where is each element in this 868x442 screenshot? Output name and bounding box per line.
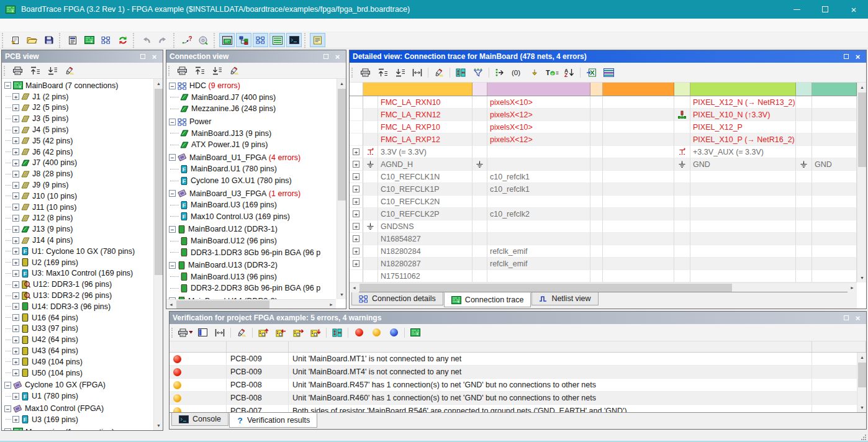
tree-item[interactable]: +U33 (97 pins) bbox=[3, 323, 153, 335]
net-row[interactable]: FMC_LA_RXN12pixelsX<12>PIXEL_X10_N (↑3.3… bbox=[350, 109, 857, 121]
scroll-up-arrow[interactable]: ▲ bbox=[154, 79, 163, 88]
tree-expander[interactable]: + bbox=[12, 369, 19, 376]
detailed-close-button[interactable]: × bbox=[852, 52, 863, 61]
new-button[interactable] bbox=[7, 33, 23, 47]
pcb-vertical-scrollbar[interactable]: ▲ ▼ bbox=[153, 79, 163, 430]
net-row[interactable]: +GNDSNS bbox=[350, 220, 857, 233]
tree-item[interactable]: +J7 (400 pins) bbox=[3, 158, 153, 169]
tree-item[interactable]: +J14 (4 pins) bbox=[3, 235, 153, 246]
tree-item[interactable]: −MainBoard.U13 (DDR3-2) bbox=[168, 259, 336, 271]
net-row[interactable]: FMC_LA_RXP10pixelsX<10>PIXEL_X12_P bbox=[350, 121, 857, 133]
detailed-maximize-button[interactable] bbox=[841, 52, 851, 61]
column-setup-button[interactable] bbox=[600, 65, 617, 79]
tree-item[interactable]: ATX Power.J1 (9 pins) bbox=[168, 139, 336, 151]
tree-expander[interactable]: − bbox=[169, 226, 176, 233]
detail-tab-connection-details[interactable]: Connection details bbox=[351, 292, 443, 305]
row-expander[interactable]: + bbox=[353, 210, 359, 217]
print-button[interactable] bbox=[357, 65, 373, 79]
tree-expander[interactable]: + bbox=[12, 336, 19, 343]
scroll-down-arrow[interactable]: ▼ bbox=[857, 403, 866, 412]
toggle-notes-button[interactable] bbox=[310, 33, 325, 47]
column-header-atx-power[interactable] bbox=[812, 83, 857, 96]
tree-item[interactable]: +J2 (5 pins) bbox=[3, 102, 153, 114]
highlight-button[interactable] bbox=[226, 63, 242, 78]
tree-item[interactable]: −Max10 Control (FPGA) bbox=[3, 403, 153, 414]
tree-expander[interactable]: + bbox=[12, 182, 19, 189]
scroll-left-arrow[interactable]: ◄ bbox=[350, 283, 359, 292]
toggle-verification-button[interactable] bbox=[269, 33, 285, 47]
scroll-right-arrow[interactable]: ► bbox=[327, 300, 336, 309]
column-header-cyclone-10-gx[interactable] bbox=[487, 83, 590, 96]
tree-item[interactable]: MainBoard.U12 (96 pins) bbox=[168, 235, 336, 247]
menu-help[interactable] bbox=[62, 24, 75, 27]
tree-expander[interactable]: + bbox=[12, 215, 19, 222]
row-expander-cell[interactable]: + bbox=[350, 158, 363, 171]
highlight-button[interactable] bbox=[233, 325, 250, 340]
print-button[interactable] bbox=[174, 63, 190, 78]
verification-close-button[interactable]: × bbox=[852, 313, 863, 323]
fit-width-button[interactable] bbox=[212, 325, 228, 340]
tree-item[interactable]: +J12 (8 pins) bbox=[3, 213, 153, 224]
menu-options[interactable] bbox=[25, 24, 37, 27]
menu-tools[interactable] bbox=[37, 24, 50, 27]
row-expander[interactable]: + bbox=[353, 186, 359, 192]
scroll-top-button[interactable] bbox=[27, 63, 43, 78]
tree-item[interactable]: Mezzanine.J6 (248 pins) bbox=[168, 103, 336, 115]
trace-button[interactable] bbox=[492, 65, 508, 79]
tree-expander[interactable]: − bbox=[169, 262, 176, 269]
scroll-up-arrow[interactable]: ▲ bbox=[857, 353, 866, 362]
tree-item[interactable]: +U42 (64 pins) bbox=[3, 334, 153, 345]
verification-row[interactable]: PCB-009Unit 'MainBoard.MT4' is not conne… bbox=[170, 366, 866, 379]
tree-expander[interactable]: + bbox=[12, 115, 19, 122]
tree-item[interactable]: −MainBoard.U12 (DDR3-1) bbox=[168, 223, 336, 235]
redo-button[interactable] bbox=[155, 33, 171, 47]
scroll-thumb[interactable] bbox=[858, 92, 866, 167]
scroll-right-arrow[interactable]: ► bbox=[848, 283, 857, 292]
terminal-equal-button[interactable]: Te bbox=[544, 65, 560, 79]
net-row[interactable]: +3.3V (= 3.3V)+3.3V_AUX (= 3.3V) bbox=[350, 146, 857, 158]
tree-expander[interactable]: + bbox=[12, 226, 19, 233]
tree-item[interactable]: FMainBoard.U1 (780 pins) bbox=[168, 163, 336, 175]
row-expander-cell[interactable]: + bbox=[350, 245, 363, 258]
highlight-button[interactable] bbox=[61, 63, 78, 78]
tree-expander[interactable]: + bbox=[12, 270, 19, 277]
sort-button[interactable]: AZ bbox=[561, 65, 577, 79]
show-errors-button[interactable] bbox=[351, 325, 367, 340]
tree-expander[interactable]: − bbox=[4, 405, 11, 412]
tree-item[interactable]: +J8 (28 pins) bbox=[3, 168, 153, 179]
tree-item[interactable]: +J11 (10 pins) bbox=[3, 202, 153, 213]
tree-expander[interactable]: + bbox=[12, 204, 19, 210]
tree-item[interactable]: DDR3-1.DDR3 8Gb 96-pin BGA (96 p bbox=[168, 246, 336, 258]
toolbar-grip[interactable] bbox=[171, 328, 174, 338]
tree-expander[interactable]: + bbox=[12, 292, 19, 299]
tree-expander[interactable]: − bbox=[169, 154, 176, 161]
scroll-top-button[interactable] bbox=[374, 65, 391, 79]
close-button[interactable]: × bbox=[839, 0, 868, 19]
tree-expander[interactable]: − bbox=[4, 428, 11, 430]
connection-view-button[interactable] bbox=[98, 33, 114, 47]
tree-item[interactable]: +U43 (64 pins) bbox=[3, 345, 153, 356]
tree-item[interactable]: +U16 (64 pins) bbox=[3, 312, 153, 323]
tree-item[interactable]: MainBoard.J7 (400 pins) bbox=[168, 92, 336, 104]
verification-vertical-scrollbar[interactable]: ▲ ▼ bbox=[857, 353, 866, 412]
tree-expander[interactable]: − bbox=[169, 83, 176, 89]
print-button[interactable] bbox=[9, 63, 25, 78]
detail-vertical-scrollbar[interactable]: ▲ ▼ bbox=[857, 83, 866, 282]
tree-item[interactable]: +J3 (5 pins) bbox=[3, 113, 153, 124]
maximize-button[interactable] bbox=[811, 0, 839, 19]
show-info-button[interactable] bbox=[386, 325, 402, 340]
zero-count-button[interactable]: (0) bbox=[509, 65, 525, 79]
scroll-down-arrow[interactable]: ▼ bbox=[857, 273, 866, 282]
tree-item[interactable]: −MainBoard (7 connections) bbox=[3, 80, 153, 91]
scroll-left-arrow[interactable]: ◄ bbox=[166, 300, 176, 309]
tree-item[interactable]: +U13: DDR3-2 (96 pins) bbox=[3, 290, 153, 301]
tree-item[interactable]: +J9 (9 pins) bbox=[3, 179, 153, 191]
scroll-down-arrow[interactable]: ▼ bbox=[154, 421, 163, 430]
row-expander-cell[interactable]: + bbox=[350, 233, 363, 245]
verification-row[interactable]: PCB-008Unit 'MainBoard.R457' has 1 conne… bbox=[170, 379, 866, 392]
minimize-button[interactable] bbox=[782, 0, 811, 19]
tree-expander[interactable]: + bbox=[12, 348, 19, 354]
detail-tab-netlist-view[interactable]: Netlist view bbox=[531, 292, 598, 305]
jump-next-button[interactable] bbox=[527, 65, 543, 79]
tree-expander[interactable]: + bbox=[12, 148, 19, 155]
